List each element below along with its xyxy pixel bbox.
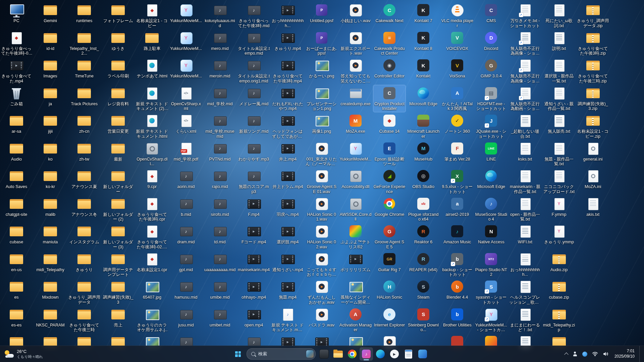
desktop-icon[interactable]: ▶無題.mp4 [272, 279, 304, 301]
desktop-icon[interactable]: ↗無人販売不正行為動画 - ショートカット [509, 85, 541, 112]
desktop-icon[interactable]: ▶答え知ってても笑えないわこれい.wav [339, 57, 372, 84]
desktop-icon[interactable]: ♪タイトル未設定.tempo.orig1.mid [238, 57, 270, 84]
desktop-icon[interactable]: 新規 テキスト ドキュメント (2).html [136, 85, 168, 112]
desktop-icon[interactable]: きゅうり食べてた午後三時 [68, 306, 100, 334]
desktop-icon[interactable]: ▶小銭ほしい.wav [339, 2, 372, 24]
desktop-icon[interactable]: F筆まめ Ver.28 [441, 140, 473, 163]
taskbar-app-notepad[interactable] [402, 347, 415, 361]
desktop-icon[interactable]: general.ini [577, 140, 609, 163]
desktop-icon[interactable]: 新しいフォルダー (2) [102, 196, 134, 223]
desktop-icon[interactable]: ▶ずんだもん_しおかせぉ.wav [306, 279, 338, 306]
taskbar-clock[interactable]: 7:01 2025/09/10 [612, 349, 637, 359]
desktop-icon[interactable]: ♪mid_学校.mid [204, 85, 236, 107]
desktop-icon[interactable]: ≡Cakewalk Product Center [373, 30, 406, 57]
desktop-icon[interactable]: Yきゅうり.ymmp [543, 223, 575, 245]
desktop-icon[interactable]: ◆きゅうり食べてた午後3時-02.cpr [136, 223, 168, 250]
desktop-icon[interactable]: PDFmid_学校.pdf [170, 140, 202, 163]
desktop-icon[interactable]: ▶だれもFXいれたやつ.mp4 [272, 85, 304, 112]
desktop-icon[interactable]: ▶きゅうり食べてた午後3時.mp4 [272, 57, 304, 84]
desktop-icon[interactable]: EEpson 接続診断ツール [373, 140, 406, 168]
desktop-icon[interactable]: ◆名称未設定1 - コピー [136, 2, 168, 29]
desktop-icon[interactable]: ↗無人販売不正行為画像 - ショートカッ... [509, 30, 541, 57]
desktop-icon[interactable]: createdump.exe [339, 85, 372, 107]
desktop-icon[interactable]: ♪無題のスコア.mp3 [238, 168, 270, 195]
desktop-icon[interactable]: 路上駐車 [136, 30, 168, 52]
desktop-icon[interactable]: MMuseHub [407, 140, 439, 163]
taskbar-app-blue-app[interactable] [416, 347, 429, 361]
desktop-icon[interactable]: ▤↗HDDFMT.exe - ショートカット [475, 85, 507, 112]
desktop-icon[interactable]: 営業日変更 [102, 113, 134, 135]
desktop-icon[interactable]: aairset2-2019 [441, 196, 473, 218]
desktop-icon[interactable]: 調声用データテンプレート [102, 251, 134, 278]
desktop-icon[interactable]: ko [34, 140, 66, 163]
desktop-icon[interactable]: ▶ohhayo-.mp4 [238, 279, 270, 301]
weather-widget[interactable]: 26°C くもり時々晴れ [0, 346, 48, 362]
desktop-icon[interactable]: X↗9.5.xlsx - ショートカット [441, 168, 473, 195]
desktop-icon[interactable]: 画像1.png [306, 113, 338, 135]
desktop-icon[interactable]: ja [34, 85, 66, 107]
desktop-icon[interactable]: ▶open.mp4 [238, 306, 270, 328]
desktop-icon[interactable]: Auto Saves [0, 168, 33, 190]
desktop-icon[interactable]: ▶Fコード.mp4 [238, 223, 270, 245]
desktop-icon[interactable]: AWSSDK.Core.dll [339, 196, 372, 223]
desktop-icon[interactable]: AActivation Manager [339, 306, 372, 334]
desktop-icon[interactable]: 無人販売.txt [543, 113, 575, 135]
desktop-icon[interactable]: アナウンス夏 [68, 168, 100, 190]
desktop-icon[interactable]: きゅうり食べてた午後三時.zip [577, 57, 609, 84]
volume-icon[interactable] [602, 351, 610, 357]
desktop-icon[interactable]: ♪わかりやす.mp3 [238, 140, 270, 163]
desktop-icon[interactable]: Images [34, 57, 66, 79]
taskbar-app-terminal[interactable] [317, 347, 331, 361]
desktop-icon[interactable]: NNative Access [475, 223, 507, 245]
desktop-icon[interactable]: </>OpenCvSharp.xml [170, 85, 202, 112]
desktop-icon[interactable]: ♪uaaaaaaaaa.mid [204, 251, 236, 273]
desktop-icon[interactable]: id-id [34, 30, 66, 52]
desktop-icon[interactable]: ▶きゅうり食べてた.mp4 [0, 57, 33, 84]
desktop-icon[interactable]: runtimes [68, 2, 100, 24]
desktop-icon[interactable]: 無題 - 親作品一覧.txt [543, 140, 575, 168]
desktop-icon[interactable]: Aかんたん！AITalk 3 関西風 [441, 85, 473, 112]
desktop-icon[interactable]: 新しいフォルダー [102, 168, 134, 195]
tray-blue-app-icon[interactable] [581, 351, 588, 358]
desktop-icon[interactable]: ◆きゅうり食べてた午後3時.cpr [136, 196, 168, 223]
desktop-icon[interactable]: ♪メドレー風.mid [238, 85, 270, 107]
desktop-icon[interactable]: ♪sirofo.mid [204, 196, 236, 218]
desktop-icon[interactable]: ▶羽戻へ.mp4 [272, 196, 304, 218]
wifi-icon[interactable] [591, 351, 599, 357]
desktop-icon[interactable]: プレゼンテーション1.png [306, 85, 338, 112]
desktop-icon[interactable]: ♪mid_学校.musemid [204, 113, 236, 140]
desktop-icon[interactable]: PC [0, 2, 33, 24]
desktop-icon[interactable]: Google Chrome [373, 196, 406, 218]
desktop-icon[interactable]: jijii [34, 113, 66, 135]
desktop-icon[interactable]: KKontakt 8 [407, 30, 439, 52]
desktop-icon[interactable]: ↗万引きメモ.txt - ショートカット [509, 2, 541, 29]
desktop-icon[interactable]: アナウンス冬 [68, 196, 100, 218]
desktop-icon[interactable]: ♪kotusytuaaus.mid [204, 2, 236, 29]
desktop-icon[interactable]: bBlender 4.4 [441, 279, 473, 301]
desktop-icon[interactable]: en-us [0, 251, 33, 273]
desktop-icon[interactable]: Accessibility.dll [339, 168, 372, 190]
desktop-icon[interactable]: 65407.jpg [136, 279, 168, 301]
desktop-icon[interactable]: Telepathy_Inst_2... [68, 30, 100, 57]
desktop-icon[interactable]: ◎OBS Studio [407, 168, 439, 190]
desktop-icon[interactable]: Track Pictures [68, 85, 100, 107]
desktop-icon[interactable]: VLC media player [441, 2, 473, 29]
desktop-icon[interactable]: 売上 [102, 306, 134, 328]
desktop-icon[interactable]: Microsoft Edge [407, 85, 439, 107]
desktop-icon[interactable]: S↗syasinn - ショートカット [475, 279, 507, 306]
desktop-icon[interactable]: bBrother Utilities [441, 306, 473, 328]
desktop-icon[interactable]: sfzPlogue sforzando x64 [407, 196, 439, 223]
desktop-icon[interactable]: NT2Piapro Studio NT2 [475, 251, 507, 278]
desktop-icon[interactable]: ♪gpt.mid [170, 251, 202, 273]
desktop-icon[interactable]: ラベル印刷 [102, 57, 134, 79]
desktop-icon[interactable]: ↗無人販売不正行為画像 - ショートカット [509, 57, 541, 84]
desktop-icon[interactable]: PUntitled.ppsf [306, 2, 338, 24]
desktop-icon[interactable]: ♪td.mid [204, 223, 236, 245]
desktop-icon[interactable]: ♪jusu.mid [170, 306, 202, 328]
desktop-icon[interactable]: まにまにわーるど！.txt [509, 306, 541, 334]
desktop-icon[interactable]: 選択肢 - 親作品一覧.txt [543, 57, 575, 84]
desktop-icon[interactable]: GGIMP 3.0.4 [475, 57, 507, 79]
desktop-icon[interactable]: ♪rajio.mid [204, 168, 236, 190]
desktop-icon[interactable]: zh-tw [68, 140, 100, 163]
desktop-icon[interactable]: cubase.zip [543, 279, 575, 301]
